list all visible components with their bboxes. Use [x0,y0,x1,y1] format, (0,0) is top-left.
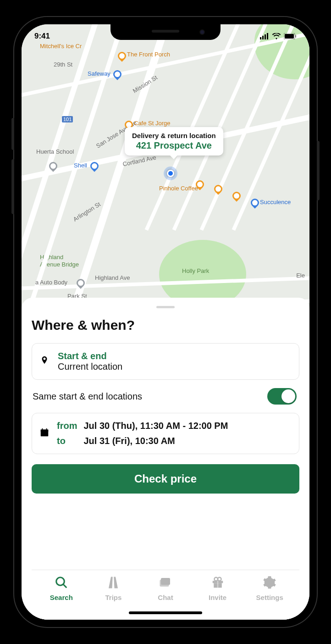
battery-icon [284,33,297,39]
poi-safeway: Safeway [88,70,110,77]
bottom-sheet: Where & when? Start & end Current locati… [22,298,309,620]
from-key: from [57,421,77,431]
park-label: Holly Park [182,267,209,274]
sheet-title: Where & when? [32,317,299,333]
svg-rect-9 [42,428,43,430]
tab-invite[interactable]: Invite [192,576,244,601]
tab-search[interactable]: Search [35,576,88,601]
tab-trips[interactable]: Trips [88,576,140,601]
svg-rect-14 [160,580,169,587]
tab-invite-label: Invite [209,594,226,601]
location-label: Start & end [58,351,292,361]
to-key: to [57,436,77,446]
road-icon [106,576,120,591]
svg-rect-10 [46,428,47,430]
sheet-grab-handle[interactable] [156,306,175,308]
gift-icon [211,576,225,591]
svg-rect-5 [285,34,294,39]
poi-pinhole: Pinhole Coffee [159,185,198,192]
poi-front-porch: The Front Porch [127,51,170,58]
poi-cafe: Cafe St Jorge [134,120,171,127]
poi-autobody: a Auto Body [35,279,67,286]
same-locations-label: Same start & end locations [33,391,142,402]
svg-rect-3 [267,33,268,39]
svg-rect-6 [295,35,296,38]
date-card[interactable]: from Jul 30 (Thu), 11:30 AM - 12:00 PM t… [32,413,299,454]
svg-point-19 [218,577,221,581]
tab-bar: Search Trips Chat [32,570,299,606]
calendar-icon [39,427,50,440]
poi-ele: Ele [296,272,305,279]
poi-succulence: Succulence [260,199,291,205]
check-price-button[interactable]: Check price [32,464,299,494]
same-locations-toggle[interactable] [267,388,297,405]
cellular-icon [260,33,269,39]
tab-settings-label: Settings [256,594,283,601]
gear-icon [263,576,276,591]
poi-succulence-icon[interactable] [249,197,260,208]
location-card[interactable]: Start & end Current location [32,343,299,380]
poi-huerta: Huerta School [36,148,74,155]
callout-subtitle: Delivery & return location [132,132,216,139]
current-location-dot [164,167,177,180]
callout-address: 421 Prospect Ave [132,140,216,151]
svg-rect-8 [41,429,49,432]
chat-icon [159,576,172,591]
screen: 9:41 Holly Park Highland Avenue Bridge [22,24,309,620]
svg-rect-2 [265,34,266,39]
street-highland: Highland Ave [95,274,130,281]
search-icon [55,576,68,591]
svg-rect-0 [260,37,261,39]
tab-chat-label: Chat [158,594,173,601]
street-29th: 29th St [54,61,72,68]
from-value: Jul 30 (Thu), 11:30 AM - 12:00 PM [83,421,228,431]
map[interactable]: Holly Park Highland Avenue Bridge Missio… [22,24,309,309]
poi-front-porch-icon[interactable] [116,50,127,61]
phone-frame: 9:41 Holly Park Highland Avenue Bridge [14,17,317,627]
tab-trips-label: Trips [105,594,121,601]
svg-rect-17 [217,581,218,588]
location-callout[interactable]: Delivery & return location 421 Prospect … [125,127,223,155]
svg-rect-1 [262,36,264,39]
pin-icon [39,355,50,367]
notch [110,24,221,40]
svg-line-12 [63,584,67,588]
to-value: Jul 31 (Fri), 10:30 AM [83,436,228,446]
status-time: 9:41 [34,32,50,41]
home-indicator[interactable] [32,606,299,620]
poi-shell: Shell [74,162,87,169]
svg-point-11 [56,577,65,586]
same-locations-row: Same start & end locations [32,380,299,413]
tab-settings[interactable]: Settings [243,576,296,601]
poi-safeway-icon[interactable] [111,68,123,80]
street-arlington: Arlington St [72,200,102,222]
location-value: Current location [58,361,292,372]
wifi-icon [272,33,281,39]
tab-search-label: Search [50,594,73,601]
tab-chat[interactable]: Chat [139,576,192,601]
poi-orange-3[interactable] [231,190,242,201]
